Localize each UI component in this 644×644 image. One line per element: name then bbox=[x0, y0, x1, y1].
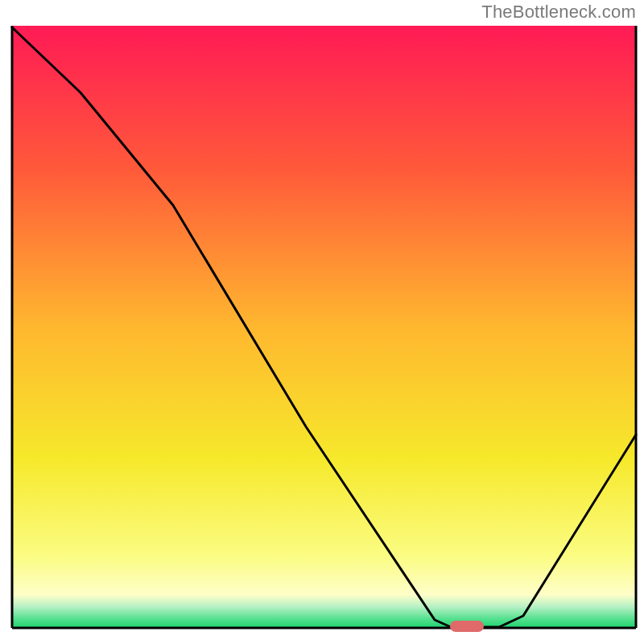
chart-svg bbox=[0, 0, 644, 644]
optimal-point-marker bbox=[450, 621, 484, 632]
plot-background bbox=[12, 26, 636, 628]
chart-container: TheBottleneck.com bbox=[0, 0, 644, 644]
watermark-text: TheBottleneck.com bbox=[481, 2, 636, 23]
